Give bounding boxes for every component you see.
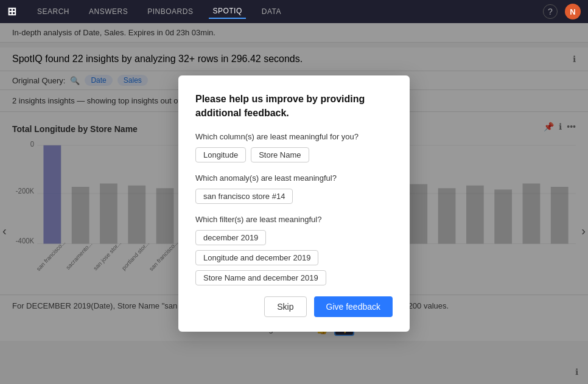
- nav-answers[interactable]: ANSWERS: [85, 5, 131, 18]
- app-logo[interactable]: ⊞: [7, 5, 16, 18]
- nav-data[interactable]: DATA: [258, 5, 285, 18]
- modal-tags-2: san francisco store #14: [195, 189, 393, 204]
- modal-tag-longitude-dec[interactable]: Longitude and december 2019: [195, 250, 318, 265]
- give-feedback-button[interactable]: Give feedback: [314, 296, 393, 317]
- top-nav: ⊞ SEARCH ANSWERS PINBOARDS SPOTIQ DATA ?…: [0, 0, 588, 23]
- nav-search[interactable]: SEARCH: [33, 5, 73, 18]
- modal-tags-3: december 2019 Longitude and december 201…: [195, 230, 393, 285]
- modal-tag-dec-2019[interactable]: december 2019: [195, 230, 266, 245]
- modal-tag-store-dec[interactable]: Store Name and december 2019: [195, 270, 326, 285]
- modal-question-2: Which anomaly(s) are least meaningful?: [195, 173, 393, 183]
- skip-button[interactable]: Skip: [264, 296, 306, 317]
- modal-question-3: Which filter(s) are least meaningful?: [195, 215, 393, 224]
- modal-tag-store-name[interactable]: Store Name: [251, 147, 309, 162]
- help-button[interactable]: ?: [543, 4, 558, 19]
- main-content: In-depth analysis of Date, Sales. Expire…: [0, 23, 588, 384]
- modal-question-1: Which column(s) are least meaningful for…: [195, 132, 393, 141]
- modal-tag-longitude[interactable]: Longitude: [195, 147, 246, 162]
- modal-tag-sf-store[interactable]: san francisco store #14: [195, 189, 293, 204]
- nav-spotiq[interactable]: SPOTIQ: [209, 4, 245, 19]
- nav-right-section: ? N: [543, 4, 581, 19]
- modal-overlay: Please help us improve by providing addi…: [0, 23, 588, 384]
- feedback-modal: Please help us improve by providing addi…: [178, 75, 410, 332]
- modal-actions: Skip Give feedback: [195, 296, 393, 317]
- modal-tags-1: Longitude Store Name: [195, 147, 393, 162]
- nav-pinboards[interactable]: PINBOARDS: [144, 5, 197, 18]
- modal-title: Please help us improve by providing addi…: [195, 93, 393, 120]
- user-avatar[interactable]: N: [565, 4, 581, 19]
